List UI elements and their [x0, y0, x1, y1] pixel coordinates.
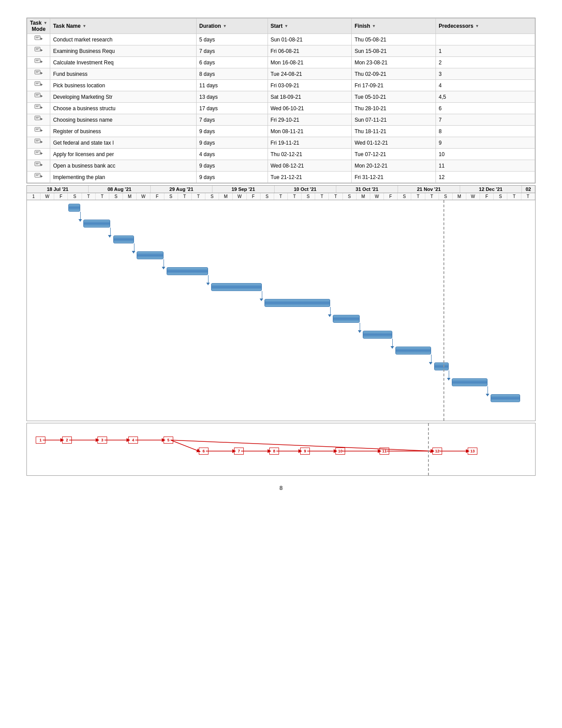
col-header-finish[interactable]: Finish ▼ [352, 19, 436, 34]
gantt-day-19: T [274, 193, 288, 200]
task-name-cell: Choose a business structu [50, 103, 197, 114]
task-name-cell: Open a business bank acc [50, 160, 197, 172]
task-mode-cell [27, 103, 50, 114]
table-row[interactable]: Apply for licenses and per4 daysThu 02-1… [27, 149, 535, 160]
task-predecessors-cell: 6 [436, 103, 535, 114]
task-start-cell: Fri 03-09-21 [268, 80, 352, 91]
svg-marker-51 [41, 175, 43, 178]
gantt-day-8: M [123, 193, 137, 200]
gantt-bar-4 [137, 251, 164, 259]
table-row[interactable]: Calculate Investment Req6 daysMon 16-08-… [27, 57, 535, 68]
svg-marker-11 [41, 60, 43, 63]
gantt-arrowhead-7 [328, 314, 331, 317]
task-finish-cell: Tue 07-12-21 [352, 149, 436, 160]
col-header-predecessors[interactable]: Predecessors ▼ [436, 19, 535, 34]
task-predecessors-cell: 8 [436, 126, 535, 137]
task-name-cell: Examining Business Requ [50, 45, 197, 57]
gantt-arrowhead-2 [108, 235, 112, 238]
task-duration-cell: 7 days [197, 114, 268, 126]
table-row[interactable]: Examining Business Requ7 daysFri 06-08-2… [27, 45, 535, 57]
task-predecessors-cell: 10 [436, 149, 535, 160]
gantt-table: Task ▼ Mode Task Name ▼ Duration ▼ [27, 18, 535, 183]
task-finish-cell: Sun 07-11-21 [352, 114, 436, 126]
gantt-arrowhead-5 [206, 283, 210, 285]
table-row[interactable]: Pick business location11 daysFri 03-09-2… [27, 80, 535, 91]
gantt-day-36: T [507, 193, 521, 200]
task-name-cell: Calculate Investment Req [50, 57, 197, 68]
gantt-day-32: M [453, 193, 466, 200]
page-number: 8 [26, 485, 536, 491]
gantt-day-37: T [521, 193, 535, 200]
gantt-day-26: W [370, 193, 384, 200]
col-label-start: Start [271, 23, 283, 29]
dropdown-arrow-duration[interactable]: ▼ [223, 24, 227, 28]
net-node-2: 2 [62, 437, 72, 444]
task-mode-cell [27, 45, 50, 57]
task-finish-cell: Tue 05-10-21 [352, 91, 436, 103]
col-header-duration[interactable]: Duration ▼ [197, 19, 268, 34]
task-predecessors-cell: 2 [436, 57, 535, 68]
task-mode-cell [27, 80, 50, 91]
gantt-bar-10 [395, 347, 431, 355]
task-predecessors-cell: 1 [436, 45, 535, 57]
task-start-cell: Sat 18-09-21 [268, 91, 352, 103]
gantt-week-5: 10 Oct '21 [275, 186, 336, 193]
table-row[interactable]: Choose a business structu17 daysWed 06-1… [27, 103, 535, 114]
task-duration-cell: 6 days [197, 57, 268, 68]
dropdown-arrow-task-mode[interactable]: ▼ [43, 21, 47, 25]
gantt-day-13: T [192, 193, 205, 200]
net-node-3: 3 [97, 437, 107, 444]
table-row[interactable]: Implementing the plan9 daysTue 21-12-21F… [27, 172, 535, 183]
gantt-day-6: T [96, 193, 109, 200]
dropdown-arrow-finish[interactable]: ▼ [372, 24, 376, 28]
gantt-day-23: T [329, 193, 342, 200]
task-start-cell: Thu 02-12-21 [268, 149, 352, 160]
col-header-start[interactable]: Start ▼ [268, 19, 352, 34]
svg-marker-23 [41, 95, 43, 97]
task-start-cell: Fri 29-10-21 [268, 114, 352, 126]
task-name-cell: Fund business [50, 68, 197, 80]
table-row[interactable]: Developing Marketing Str13 daysSat 18-09… [27, 91, 535, 103]
dropdown-arrow-task-name[interactable]: ▼ [82, 24, 86, 28]
gantt-bar-9 [363, 331, 392, 339]
gantt-day-25: M [357, 193, 370, 200]
svg-marker-15 [41, 72, 43, 75]
svg-marker-19 [41, 83, 43, 86]
gantt-day-4: S [68, 193, 82, 200]
table-row[interactable]: Fund business8 daysTue 24-08-21Thu 02-09… [27, 68, 535, 80]
net-node-8: 8 [269, 448, 279, 455]
gantt-day-5: T [82, 193, 96, 200]
task-start-cell: Mon 16-08-21 [268, 57, 352, 68]
table-row[interactable]: Conduct market research5 daysSun 01-08-2… [27, 34, 535, 45]
task-table-container: Task ▼ Mode Task Name ▼ Duration ▼ [26, 18, 536, 183]
network-connections [27, 423, 535, 475]
gantt-connector-9 [392, 339, 393, 347]
col-header-task-mode[interactable]: Task ▼ Mode [27, 19, 50, 34]
gantt-day-12: T [178, 193, 192, 200]
task-duration-cell: 17 days [197, 103, 268, 114]
table-row[interactable]: Get federal and state tax l9 daysFri 19-… [27, 137, 535, 149]
table-row[interactable]: Register of business9 daysMon 08-11-21Th… [27, 126, 535, 137]
dropdown-arrow-predecessors[interactable]: ▼ [475, 24, 479, 28]
task-mode-cell [27, 137, 50, 149]
task-duration-cell: 9 days [197, 172, 268, 183]
col-header-task-name[interactable]: Task Name ▼ [50, 19, 197, 34]
dropdown-arrow-start[interactable]: ▼ [284, 24, 288, 28]
col-label-task-name: Task Name [53, 23, 80, 29]
gantt-day-15: M [219, 193, 233, 200]
table-row[interactable]: Open a business bank acc9 daysWed 08-12-… [27, 160, 535, 172]
gantt-connector-1 [80, 212, 81, 220]
network-dashed-line [428, 423, 429, 475]
task-duration-cell: 9 days [197, 126, 268, 137]
gantt-day-34: F [480, 193, 494, 200]
task-finish-cell: Fri 17-09-21 [352, 80, 436, 91]
table-row[interactable]: Choosing business name7 daysFri 29-10-21… [27, 114, 535, 126]
gantt-bar-11 [434, 362, 449, 370]
mode-label: Mode [32, 26, 45, 32]
gantt-day-24: S [343, 193, 357, 200]
gantt-day-11: S [164, 193, 178, 200]
task-duration-cell: 9 days [197, 160, 268, 172]
gantt-bar-1 [68, 204, 80, 212]
task-predecessors-cell: 12 [436, 172, 535, 183]
task-predecessors-cell: 4,5 [436, 91, 535, 103]
